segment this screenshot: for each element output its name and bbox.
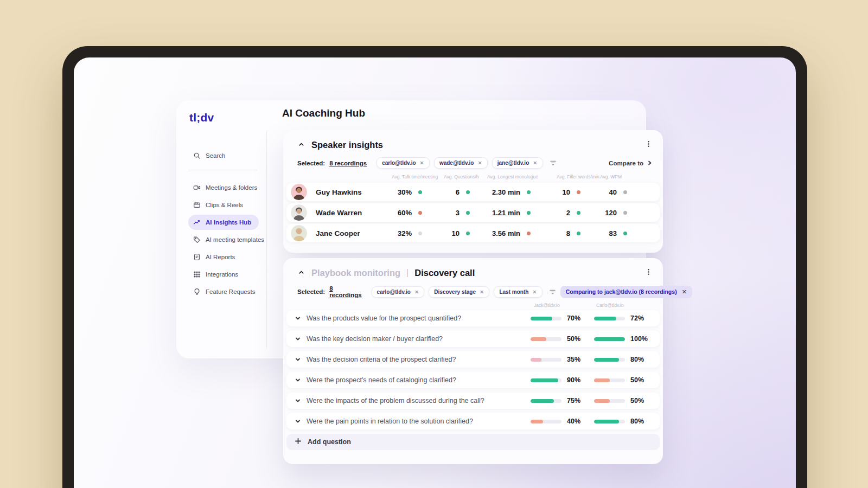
sidebar: tl;dv Search Meetings & foldersClips & R… <box>176 100 266 358</box>
status-dot-good <box>418 190 422 194</box>
status-dot-neutral <box>623 190 627 194</box>
progress-bar <box>531 378 561 382</box>
filter-funnel-icon[interactable] <box>549 288 556 296</box>
question-row[interactable]: Were the impacts of the problem discusse… <box>286 393 660 409</box>
close-icon[interactable]: ✕ <box>532 289 537 295</box>
chevron-up-icon <box>298 268 304 278</box>
metric-value: 60% <box>398 209 412 217</box>
chip-label: Last month <box>499 289 528 295</box>
sidebar-item-label: AI Reports <box>206 254 235 260</box>
progress-value: 50% <box>629 397 653 404</box>
progress-value: 35% <box>566 356 590 363</box>
question-row[interactable]: Were the pain points in relation to the … <box>286 413 660 429</box>
chevron-down-icon[interactable] <box>295 336 301 342</box>
progress-bar <box>531 358 561 362</box>
close-icon[interactable]: ✕ <box>420 160 424 166</box>
compare-to-label: Compare to <box>609 160 643 166</box>
progress-value: 72% <box>629 314 653 322</box>
chevron-down-icon[interactable] <box>295 398 301 403</box>
chevron-down-icon[interactable] <box>295 377 301 383</box>
selected-recordings-link[interactable]: 8 recordings <box>329 285 361 298</box>
add-question-button[interactable]: Add question <box>286 434 660 450</box>
close-icon[interactable]: ✕ <box>414 289 419 295</box>
progress-bar <box>594 399 625 403</box>
speaker-filter-chips: carlo@tldv.io✕wade@tldv.io✕jane@tldv.io✕ <box>376 157 542 169</box>
video-icon <box>193 184 201 191</box>
sidebar-search-label: Search <box>206 152 225 159</box>
selected-label: Selected: <box>297 160 325 166</box>
column-header-avg-questions-h: Avg. Questions/h <box>444 174 479 179</box>
progress-bar <box>594 337 625 341</box>
close-icon[interactable]: ✕ <box>533 160 537 166</box>
sidebar-item-ai-meeting-templates[interactable]: AI meeting templates <box>188 232 259 247</box>
compare-to-button[interactable]: Compare to <box>609 160 652 166</box>
question-row[interactable]: Were the prospect's needs of cataloging … <box>286 372 660 388</box>
sidebar-item-label: Feature Requests <box>206 288 255 295</box>
avatar <box>291 225 307 241</box>
chevron-down-icon[interactable] <box>295 357 301 362</box>
playbook-filter-chips: carlo@tldv.io✕Discovery stage✕Last month… <box>372 286 542 298</box>
chevron-down-icon[interactable] <box>295 316 301 321</box>
speaker-menu-button[interactable] <box>644 139 653 151</box>
chip-label: Discovery stage <box>434 289 476 295</box>
speaker-row-jane-cooper: Jane Cooper32%103.56 min883 <box>286 224 660 242</box>
close-icon[interactable]: ✕ <box>477 160 482 166</box>
comparing-to-label: Comparing to jack@tldv.io (8 recordings) <box>566 288 677 295</box>
insights-icon <box>193 219 201 226</box>
close-icon[interactable]: ✕ <box>682 288 687 296</box>
progress-bar <box>531 420 561 423</box>
metric-value: 3 <box>456 209 459 217</box>
question-text: Were the pain points in relation to the … <box>307 418 473 425</box>
metric-value: 2 <box>566 209 570 217</box>
sidebar-item-ai-reports[interactable]: AI Reports <box>188 249 259 265</box>
playbook-menu-button[interactable] <box>644 267 653 279</box>
speaker-name: Guy Hawkins <box>316 188 362 196</box>
metric-value: 1.21 min <box>492 209 520 217</box>
filter-chip-carlo-tldv-io[interactable]: carlo@tldv.io✕ <box>376 157 430 169</box>
sidebar-item-feature-requests[interactable]: Feature Requests <box>188 284 259 299</box>
metric-value: 83 <box>609 229 617 237</box>
chip-label: carlo@tldv.io <box>382 160 416 166</box>
comparing-to-pill[interactable]: Comparing to jack@tldv.io (8 recordings)… <box>560 286 692 298</box>
collapse-speaker-button[interactable] <box>298 140 304 150</box>
selected-label: Selected: <box>297 288 325 295</box>
status-dot-bad <box>577 190 580 194</box>
question-row[interactable]: Was the products value for the prospect … <box>286 310 660 326</box>
laptop-screen: tl;dv Search Meetings & foldersClips & R… <box>74 57 796 488</box>
sidebar-item-ai-insights-hub[interactable]: AI Insights Hub <box>188 215 259 230</box>
question-row[interactable]: Was the key decision maker / buyer clari… <box>286 331 660 347</box>
progress-bar <box>531 337 561 341</box>
close-icon[interactable]: ✕ <box>480 289 484 295</box>
chevron-down-icon[interactable] <box>295 419 301 424</box>
filter-chip-carlo-tldv-io[interactable]: carlo@tldv.io✕ <box>372 286 425 298</box>
collapse-playbook-button[interactable] <box>298 268 304 278</box>
column-header-avg-wpm: Avg. WPM <box>600 174 622 179</box>
selected-recordings-link[interactable]: 8 recordings <box>329 160 367 166</box>
sidebar-item-meetings-folders[interactable]: Meetings & folders <box>188 180 259 195</box>
sidebar-search[interactable]: Search <box>188 148 259 163</box>
filter-chip-discovery-stage[interactable]: Discovery stage✕ <box>429 286 489 298</box>
sidebar-item-integrations[interactable]: Integrations <box>188 267 259 282</box>
chevron-right-icon <box>647 160 652 166</box>
speaker-row-wade-warren: Wade Warren60%31.21 min2120 <box>286 203 660 222</box>
grid-icon <box>193 271 201 278</box>
filter-chip-jane-tldv-io[interactable]: jane@tldv.io✕ <box>492 157 543 169</box>
question-row[interactable]: Was the decision criteria of the prospec… <box>286 351 660 368</box>
question-text: Were the prospect's needs of cataloging … <box>307 376 456 384</box>
app-logo: tl;dv <box>189 111 259 124</box>
progress-bar <box>594 358 625 362</box>
sidebar-item-clips-reels[interactable]: Clips & Reels <box>188 197 259 213</box>
metric-value: 120 <box>605 209 617 217</box>
column-carlo: Carlo@tldv.io <box>596 303 624 308</box>
filter-chip-last-month[interactable]: Last month✕ <box>494 286 542 298</box>
add-question-label: Add question <box>308 438 351 446</box>
filter-chip-wade-tldv-io[interactable]: wade@tldv.io✕ <box>434 157 488 169</box>
filter-funnel-icon[interactable] <box>550 159 557 166</box>
question-text: Were the impacts of the problem discusse… <box>307 397 484 404</box>
status-dot-good <box>623 232 627 235</box>
question-text: Was the decision criteria of the prospec… <box>307 356 456 363</box>
status-dot-bad <box>418 211 422 215</box>
status-dot-good <box>466 211 470 215</box>
sidebar-item-label: AI meeting templates <box>206 236 264 243</box>
metric-value: 8 <box>566 229 570 237</box>
